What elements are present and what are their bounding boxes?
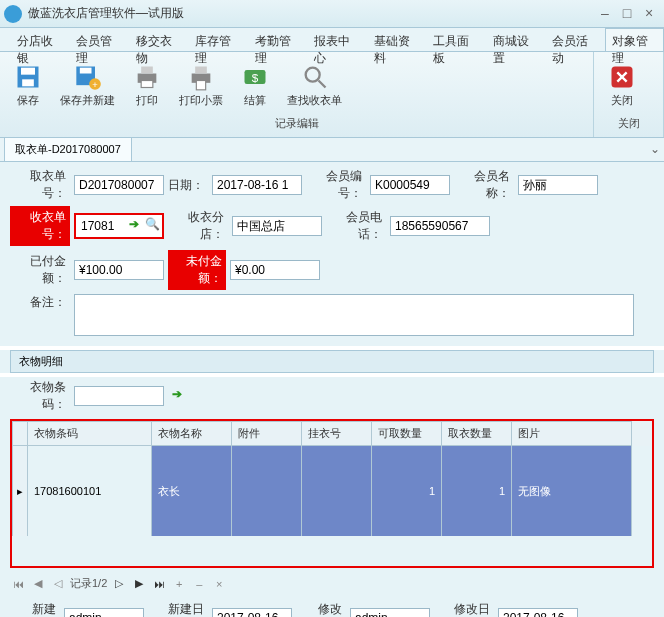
label-member-no: 会员编号： [306,168,366,202]
audit-row: 新建人： 新建日期： 修改人： 修改日期： [0,595,664,617]
label-receipt-no: 收衣单号： [10,206,70,246]
pager-cancel-icon[interactable]: × [211,578,227,590]
paid-input[interactable] [74,260,164,280]
detail-header: 衣物明细 [10,350,654,373]
label-pick-no: 取衣单号： [10,168,70,202]
save-new-button[interactable]: + 保存并新建 [54,56,121,114]
pager-add-icon[interactable]: + [171,578,187,590]
money-icon: $ [241,63,269,91]
label-date: 日期： [168,177,208,194]
cell-take[interactable]: 1 [442,446,512,536]
svg-point-15 [305,67,319,81]
svg-text:+: + [92,79,97,89]
arrow-go-icon[interactable]: ➔ [125,217,143,235]
pager-last-icon[interactable]: ⏭ [151,578,167,590]
tab-attendance[interactable]: 考勤管理 [248,28,307,51]
printer-ticket-icon [187,63,215,91]
form-area: 取衣单号： 日期： 会员编号： 会员名称： 收衣单号： ➔ 🔍 收衣分店： 会员… [0,162,664,346]
label-paid: 已付金额： [10,253,70,287]
gh-take[interactable]: 取衣数量 [442,421,512,446]
maximize-button[interactable]: □ [616,5,638,23]
tab-inventory[interactable]: 库存管理 [188,28,247,51]
gh-attach[interactable]: 附件 [232,421,302,446]
pager-next-icon[interactable]: ▶ [131,577,147,590]
pager-del-icon[interactable]: – [191,578,207,590]
tab-register[interactable]: 分店收银 [10,28,69,51]
date-input[interactable] [212,175,302,195]
pager-prev-icon[interactable]: ◀ [30,577,46,590]
remark-textarea[interactable] [74,294,634,336]
pager-first-icon[interactable]: ⏮ [10,578,26,590]
gh-name[interactable]: 衣物名称 [152,421,232,446]
gh-hang[interactable]: 挂衣号 [302,421,372,446]
pick-no-input[interactable] [74,175,164,195]
tab-mall[interactable]: 商城设置 [486,28,545,51]
document-tabbar: 取衣单-D2017080007 ⌄ [0,138,664,162]
print-ticket-button[interactable]: 打印小票 [173,56,229,114]
tab-member[interactable]: 会员管理 [69,28,128,51]
tab-activity[interactable]: 会员活动 [545,28,604,51]
document-tab[interactable]: 取衣单-D2017080007 [4,137,132,161]
svg-rect-1 [21,67,35,74]
print-button[interactable]: 打印 [125,56,169,114]
svg-rect-11 [195,66,207,73]
phone-input[interactable] [390,216,490,236]
close-button[interactable]: 关闭 [600,56,644,114]
gh-selector [12,421,28,446]
pager-fwd-icon[interactable]: ▷ [111,577,127,590]
ribbon-toolbar: 保存 + 保存并新建 打印 打印小票 $ 结算 查找收衣单 记 [0,52,664,138]
cell-hang[interactable] [302,446,372,536]
table-row[interactable]: ▸ 17081600101 衣长 1 1 无图像 [12,446,652,536]
tab-tools[interactable]: 工具面板 [426,28,485,51]
mod-by-input[interactable] [350,608,430,617]
barcode-go-icon[interactable]: ➔ [168,387,186,405]
pager-text: 记录1/2 [70,576,107,591]
tab-basedata[interactable]: 基础资料 [367,28,426,51]
save-button[interactable]: 保存 [6,56,50,114]
svg-rect-9 [141,80,153,87]
minimize-button[interactable]: – [594,5,616,23]
group-label-close: 关闭 [600,114,657,133]
group-label-edit: 记录编辑 [6,114,587,133]
label-member-name: 会员名称： [454,168,514,202]
find-receipt-button[interactable]: 查找收衣单 [281,56,348,114]
window-title: 傲蓝洗衣店管理软件—试用版 [28,5,594,22]
create-date-input[interactable] [212,608,292,617]
mod-date-input[interactable] [498,608,578,617]
svg-rect-8 [141,66,153,73]
floppy-plus-icon: + [74,63,102,91]
gh-image[interactable]: 图片 [512,421,632,446]
pager-back-icon[interactable]: ◁ [50,577,66,590]
member-no-input[interactable] [370,175,450,195]
svg-line-16 [318,80,325,87]
tab-object-manage[interactable]: 对象管理 [605,28,664,51]
branch-input[interactable] [232,216,322,236]
gh-barcode[interactable]: 衣物条码 [28,421,152,446]
unpaid-input[interactable] [230,260,320,280]
titlebar: 傲蓝洗衣店管理软件—试用版 – □ × [0,0,664,28]
tab-transfer[interactable]: 移交衣物 [129,28,188,51]
label-phone: 会员电话： [326,209,386,243]
chevron-down-icon[interactable]: ⌄ [650,142,660,156]
svg-rect-4 [79,67,91,73]
label-mod-date: 修改日期： [434,601,494,617]
cell-barcode[interactable]: 17081600101 [28,446,152,536]
tab-report[interactable]: 报表中心 [307,28,366,51]
app-logo-icon [4,5,22,23]
receipt-no-input[interactable] [77,216,125,236]
cell-avail[interactable]: 1 [372,446,442,536]
svg-rect-12 [196,80,205,89]
member-name-input[interactable] [518,175,598,195]
cell-name[interactable]: 衣长 [152,446,232,536]
printer-icon [133,63,161,91]
close-window-button[interactable]: × [638,5,660,23]
barcode-input[interactable] [74,386,164,406]
cell-image[interactable]: 无图像 [512,446,632,536]
settle-button[interactable]: $ 结算 [233,56,277,114]
create-by-input[interactable] [64,608,144,617]
gh-avail[interactable]: 可取数量 [372,421,442,446]
close-icon [608,63,636,91]
floppy-icon [14,63,42,91]
cell-attach[interactable] [232,446,302,536]
search-icon[interactable]: 🔍 [143,217,161,235]
